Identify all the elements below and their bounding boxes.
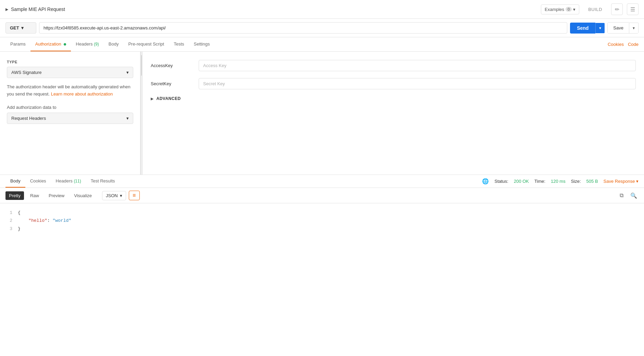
authorization-dot-icon bbox=[64, 43, 66, 46]
header-actions: Examples 0 ▾ BUILD ✏ ☰ bbox=[541, 3, 639, 15]
send-chevron-icon: ▾ bbox=[599, 26, 601, 30]
copy-icon: ⧉ bbox=[620, 192, 623, 199]
secretkey-row: SecretKey bbox=[151, 78, 636, 89]
pretty-label: Pretty bbox=[9, 193, 21, 198]
main-content: TYPE AWS Signature ▾ The authorization h… bbox=[0, 52, 644, 175]
method-chevron-icon: ▾ bbox=[21, 25, 24, 30]
advanced-arrow-icon: ▶ bbox=[151, 97, 154, 101]
build-button[interactable]: BUILD bbox=[583, 5, 607, 14]
tabs-bar: Params Authorization Headers (9) Body Pr… bbox=[0, 37, 644, 52]
line-num-2: 2 bbox=[5, 217, 12, 225]
advanced-section[interactable]: ▶ ADVANCED bbox=[151, 96, 636, 101]
url-input[interactable] bbox=[39, 22, 567, 34]
save-response-button[interactable]: Save Response ▾ bbox=[604, 179, 639, 184]
save-button-group: Save ▾ bbox=[607, 22, 639, 34]
tab-headers[interactable]: Headers (9) bbox=[71, 37, 103, 51]
search-button[interactable]: 🔍 bbox=[629, 191, 639, 200]
tab-tests-label: Tests bbox=[174, 41, 184, 47]
format-bar: Pretty Raw Preview Visualize JSON ▾ ≡ ⧉ … bbox=[0, 188, 644, 203]
left-panel: TYPE AWS Signature ▾ The authorization h… bbox=[0, 52, 140, 175]
response-tab-headers[interactable]: Headers (11) bbox=[51, 175, 86, 188]
accesskey-input[interactable] bbox=[199, 60, 636, 71]
code-content-1: { bbox=[18, 209, 21, 217]
add-auth-label: Add authorization data to bbox=[7, 105, 133, 110]
status-label: Status: bbox=[494, 179, 508, 184]
header-bar: ▶ Sample MIE API Request Examples 0 ▾ BU… bbox=[0, 0, 644, 19]
tabs-right: Cookies Code bbox=[608, 42, 639, 47]
add-auth-chevron-icon: ▾ bbox=[126, 116, 129, 121]
tab-tests[interactable]: Tests bbox=[169, 37, 189, 51]
format-icons: ⧉ 🔍 bbox=[617, 191, 639, 200]
secretkey-label: SecretKey bbox=[151, 81, 192, 86]
examples-badge: 0 bbox=[566, 7, 572, 12]
response-tab-cookies[interactable]: Cookies bbox=[25, 175, 51, 188]
response-headers-label: Headers bbox=[56, 178, 73, 183]
response-test-results-label: Test Results bbox=[91, 178, 115, 183]
tab-params[interactable]: Params bbox=[5, 37, 30, 51]
header-title: ▶ Sample MIE API Request bbox=[5, 7, 541, 12]
tab-params-label: Params bbox=[10, 41, 26, 47]
format-type-select[interactable]: JSON ▾ bbox=[102, 191, 126, 200]
type-select-value: AWS Signature bbox=[11, 70, 41, 75]
code-link[interactable]: Code bbox=[628, 42, 639, 47]
right-panel: AccessKey SecretKey ▶ ADVANCED bbox=[143, 52, 644, 175]
response-tab-test-results[interactable]: Test Results bbox=[86, 175, 120, 188]
tab-body[interactable]: Body bbox=[104, 37, 124, 51]
comment-icon: ☰ bbox=[630, 6, 635, 13]
type-chevron-icon: ▾ bbox=[126, 70, 129, 75]
visualize-label: Visualize bbox=[74, 193, 92, 198]
method-select[interactable]: GET ▾ bbox=[5, 22, 36, 34]
scroll-thumb[interactable] bbox=[141, 55, 142, 76]
add-auth-value: Request Headers bbox=[11, 116, 46, 121]
response-headers-badge: (11) bbox=[74, 179, 81, 183]
format-tab-pretty[interactable]: Pretty bbox=[5, 191, 24, 200]
helper-text: The authorization header will be automat… bbox=[7, 84, 133, 98]
advanced-label: ADVANCED bbox=[157, 96, 181, 101]
tab-body-label: Body bbox=[109, 41, 119, 47]
code-line-3: 3 } bbox=[5, 225, 639, 233]
format-tab-visualize[interactable]: Visualize bbox=[71, 191, 95, 200]
copy-button[interactable]: ⧉ bbox=[617, 191, 626, 200]
code-area: 1 { 2 "hello": "world" 3 } bbox=[0, 203, 644, 238]
format-tab-raw[interactable]: Raw bbox=[27, 191, 42, 200]
tab-settings-label: Settings bbox=[194, 41, 210, 47]
size-label: Size: bbox=[571, 179, 581, 184]
learn-more-link[interactable]: Learn more about authorization bbox=[51, 91, 113, 97]
save-button[interactable]: Save bbox=[607, 22, 629, 34]
tab-authorization-label: Authorization bbox=[35, 41, 61, 47]
examples-button[interactable]: Examples 0 ▾ bbox=[541, 4, 579, 14]
type-select[interactable]: AWS Signature ▾ bbox=[7, 67, 133, 78]
cookies-link[interactable]: Cookies bbox=[608, 42, 624, 47]
tab-pre-request-script[interactable]: Pre-request Script bbox=[123, 37, 169, 51]
edit-icon: ✏ bbox=[615, 6, 619, 13]
tab-settings[interactable]: Settings bbox=[189, 37, 215, 51]
scroll-divider bbox=[140, 52, 143, 175]
tab-headers-label: Headers bbox=[76, 41, 92, 47]
edit-button[interactable]: ✏ bbox=[611, 3, 623, 15]
status-value: 200 OK bbox=[514, 179, 529, 184]
code-line-1: 1 { bbox=[5, 209, 639, 217]
preview-label: Preview bbox=[49, 193, 64, 198]
tab-authorization[interactable]: Authorization bbox=[30, 37, 71, 51]
add-auth-select[interactable]: Request Headers ▾ bbox=[7, 113, 133, 124]
response-tab-body[interactable]: Body bbox=[5, 175, 25, 188]
send-dropdown-button[interactable]: ▾ bbox=[595, 23, 605, 33]
format-type-value: JSON bbox=[106, 193, 118, 198]
line-num-3: 3 bbox=[5, 225, 12, 233]
comment-button[interactable]: ☰ bbox=[627, 3, 639, 15]
globe-icon: 🌐 bbox=[482, 178, 489, 185]
format-tab-preview[interactable]: Preview bbox=[45, 191, 68, 200]
code-content-3: } bbox=[18, 225, 21, 233]
examples-label: Examples bbox=[545, 7, 564, 12]
size-value: 505 B bbox=[586, 179, 598, 184]
wrap-icon: ≡ bbox=[133, 192, 136, 199]
response-cookies-label: Cookies bbox=[30, 178, 46, 183]
save-chevron-icon: ▾ bbox=[633, 26, 635, 30]
save-dropdown-button[interactable]: ▾ bbox=[629, 23, 639, 34]
wrap-button[interactable]: ≡ bbox=[129, 191, 140, 200]
type-label: TYPE bbox=[7, 60, 133, 64]
response-body-label: Body bbox=[10, 178, 21, 183]
send-button[interactable]: Send bbox=[570, 23, 595, 34]
expand-arrow-icon[interactable]: ▶ bbox=[5, 7, 8, 12]
secretkey-input[interactable] bbox=[199, 78, 636, 89]
